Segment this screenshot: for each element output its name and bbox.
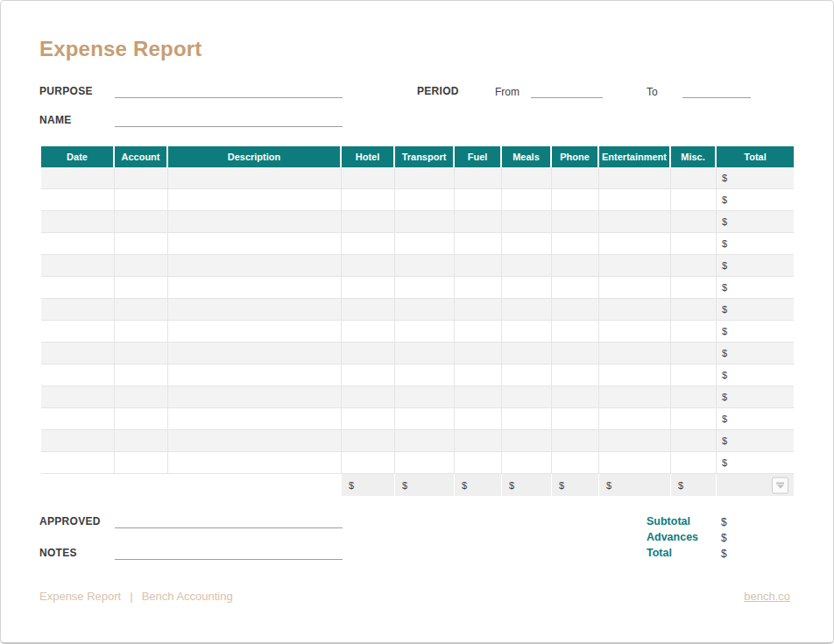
cell-transport[interactable]	[395, 299, 455, 321]
cell-transport[interactable]	[395, 255, 455, 277]
cell-total[interactable]: $	[717, 343, 794, 364]
cell-total[interactable]: $	[717, 452, 794, 474]
cell-date[interactable]	[41, 233, 115, 255]
cell-fuel[interactable]	[455, 386, 502, 408]
cell-account[interactable]	[115, 167, 168, 189]
cell-total[interactable]: $	[717, 189, 794, 211]
cell-date[interactable]	[41, 430, 115, 452]
cell-fuel[interactable]	[455, 233, 502, 255]
totals-cell-meals[interactable]: $	[502, 474, 552, 496]
cell-phone[interactable]	[552, 299, 599, 321]
cell-description[interactable]	[168, 386, 342, 408]
cell-transport[interactable]	[395, 386, 455, 408]
cell-misc[interactable]	[671, 277, 717, 299]
cell-fuel[interactable]	[455, 321, 502, 343]
cell-account[interactable]	[115, 277, 168, 299]
cell-misc[interactable]	[671, 386, 717, 408]
cell-description[interactable]	[168, 299, 342, 321]
subtotal-value[interactable]: $	[721, 516, 727, 528]
cell-hotel[interactable]	[342, 167, 395, 189]
cell-transport[interactable]	[395, 211, 455, 233]
cell-hotel[interactable]	[342, 386, 395, 408]
cell-hotel[interactable]	[342, 364, 395, 386]
cell-hotel[interactable]	[342, 255, 395, 277]
cell-account[interactable]	[115, 233, 168, 255]
cell-transport[interactable]	[395, 430, 455, 452]
cell-entertainment[interactable]	[599, 255, 671, 277]
cell-date[interactable]	[41, 343, 115, 364]
cell-account[interactable]	[115, 408, 168, 430]
cell-misc[interactable]	[671, 321, 717, 343]
cell-account[interactable]	[115, 364, 168, 386]
cell-fuel[interactable]	[455, 343, 502, 364]
cell-entertainment[interactable]	[599, 167, 671, 189]
totals-cell-phone[interactable]: $	[552, 474, 599, 496]
totals-cell-transport[interactable]: $	[395, 474, 455, 496]
cell-phone[interactable]	[552, 343, 599, 364]
cell-total[interactable]: $	[717, 211, 794, 233]
cell-description[interactable]	[168, 277, 342, 299]
cell-entertainment[interactable]	[599, 233, 671, 255]
cell-transport[interactable]	[395, 233, 455, 255]
cell-account[interactable]	[115, 255, 168, 277]
period-to-input-line[interactable]	[682, 85, 751, 98]
cell-transport[interactable]	[395, 408, 455, 430]
cell-fuel[interactable]	[455, 167, 502, 189]
cell-misc[interactable]	[671, 452, 717, 474]
cell-entertainment[interactable]	[599, 189, 671, 211]
cell-date[interactable]	[41, 211, 115, 233]
cell-date[interactable]	[41, 408, 115, 430]
total-value[interactable]: $	[721, 548, 727, 560]
cell-misc[interactable]	[671, 430, 717, 452]
cell-misc[interactable]	[671, 343, 717, 364]
cell-misc[interactable]	[671, 211, 717, 233]
cell-misc[interactable]	[671, 167, 717, 189]
cell-entertainment[interactable]	[599, 321, 671, 343]
notes-input-line[interactable]	[115, 547, 343, 560]
cell-meals[interactable]	[502, 343, 552, 364]
cell-phone[interactable]	[552, 430, 599, 452]
cell-description[interactable]	[168, 452, 342, 474]
cell-total[interactable]: $	[717, 277, 794, 299]
cell-entertainment[interactable]	[599, 299, 671, 321]
purpose-input-line[interactable]	[115, 85, 343, 98]
cell-entertainment[interactable]	[599, 452, 671, 474]
cell-total[interactable]: $	[717, 255, 794, 277]
cell-entertainment[interactable]	[599, 430, 671, 452]
cell-transport[interactable]	[395, 364, 455, 386]
cell-date[interactable]	[41, 299, 115, 321]
cell-account[interactable]	[115, 189, 168, 211]
cell-date[interactable]	[41, 386, 115, 408]
cell-description[interactable]	[168, 233, 342, 255]
cell-phone[interactable]	[552, 386, 599, 408]
cell-total[interactable]: $	[717, 430, 794, 452]
cell-meals[interactable]	[502, 211, 552, 233]
cell-hotel[interactable]	[342, 189, 395, 211]
cell-date[interactable]	[41, 452, 115, 474]
cell-total[interactable]: $	[717, 233, 794, 255]
cell-date[interactable]	[41, 364, 115, 386]
cell-hotel[interactable]	[342, 343, 395, 364]
cell-phone[interactable]	[552, 189, 599, 211]
cell-entertainment[interactable]	[599, 277, 671, 299]
cell-total[interactable]: $	[717, 408, 794, 430]
cell-meals[interactable]	[502, 299, 552, 321]
cell-meals[interactable]	[502, 386, 552, 408]
cell-entertainment[interactable]	[599, 343, 671, 364]
cell-entertainment[interactable]	[599, 386, 671, 408]
totals-cell-misc[interactable]: $	[671, 474, 717, 496]
cell-description[interactable]	[168, 211, 342, 233]
cell-fuel[interactable]	[455, 189, 502, 211]
totals-cell-entertainment[interactable]: $	[599, 474, 671, 496]
cell-meals[interactable]	[502, 408, 552, 430]
cell-description[interactable]	[168, 364, 342, 386]
cell-transport[interactable]	[395, 343, 455, 364]
cell-phone[interactable]	[552, 233, 599, 255]
cell-hotel[interactable]	[342, 452, 395, 474]
name-input-line[interactable]	[115, 114, 343, 127]
cell-fuel[interactable]	[455, 452, 502, 474]
cell-meals[interactable]	[502, 321, 552, 343]
totals-cell-total[interactable]	[717, 474, 794, 496]
cell-meals[interactable]	[502, 189, 552, 211]
cell-account[interactable]	[115, 430, 168, 452]
